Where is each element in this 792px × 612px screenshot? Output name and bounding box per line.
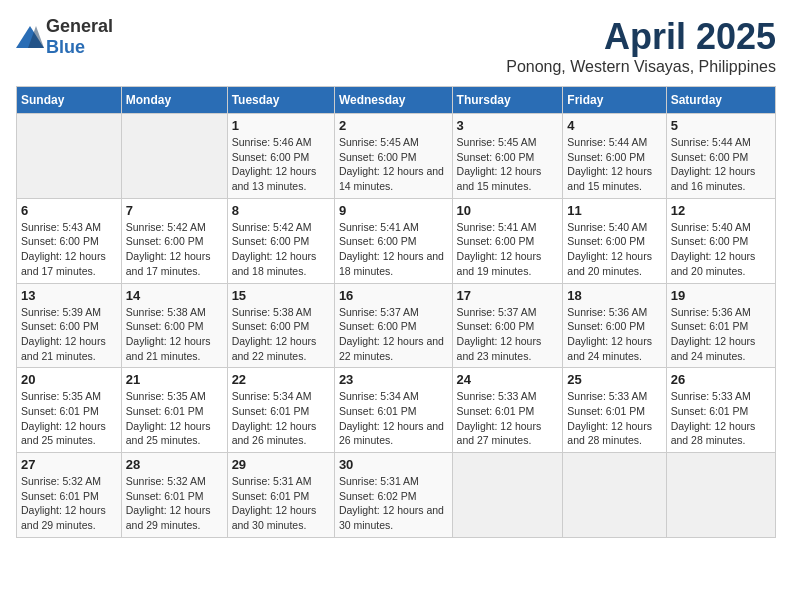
day-detail: Sunrise: 5:35 AMSunset: 6:01 PMDaylight:… bbox=[21, 389, 117, 448]
day-detail: Sunrise: 5:37 AMSunset: 6:00 PMDaylight:… bbox=[339, 305, 448, 364]
day-detail: Sunrise: 5:45 AMSunset: 6:00 PMDaylight:… bbox=[339, 135, 448, 194]
day-number: 3 bbox=[457, 118, 559, 133]
calendar-cell: 25Sunrise: 5:33 AMSunset: 6:01 PMDayligh… bbox=[563, 368, 666, 453]
weekday-header: Monday bbox=[121, 87, 227, 114]
calendar-cell: 19Sunrise: 5:36 AMSunset: 6:01 PMDayligh… bbox=[666, 283, 775, 368]
day-number: 27 bbox=[21, 457, 117, 472]
day-detail: Sunrise: 5:31 AMSunset: 6:02 PMDaylight:… bbox=[339, 474, 448, 533]
day-number: 28 bbox=[126, 457, 223, 472]
calendar-cell: 21Sunrise: 5:35 AMSunset: 6:01 PMDayligh… bbox=[121, 368, 227, 453]
day-detail: Sunrise: 5:32 AMSunset: 6:01 PMDaylight:… bbox=[126, 474, 223, 533]
logo-blue: Blue bbox=[46, 37, 85, 57]
day-detail: Sunrise: 5:34 AMSunset: 6:01 PMDaylight:… bbox=[232, 389, 330, 448]
day-number: 24 bbox=[457, 372, 559, 387]
day-number: 4 bbox=[567, 118, 661, 133]
day-number: 20 bbox=[21, 372, 117, 387]
logo: General Blue bbox=[16, 16, 113, 58]
day-number: 22 bbox=[232, 372, 330, 387]
day-detail: Sunrise: 5:42 AMSunset: 6:00 PMDaylight:… bbox=[232, 220, 330, 279]
day-number: 19 bbox=[671, 288, 771, 303]
day-number: 23 bbox=[339, 372, 448, 387]
calendar-cell: 6Sunrise: 5:43 AMSunset: 6:00 PMDaylight… bbox=[17, 198, 122, 283]
calendar-cell bbox=[563, 453, 666, 538]
weekday-header: Tuesday bbox=[227, 87, 334, 114]
calendar-cell: 11Sunrise: 5:40 AMSunset: 6:00 PMDayligh… bbox=[563, 198, 666, 283]
day-number: 26 bbox=[671, 372, 771, 387]
day-detail: Sunrise: 5:43 AMSunset: 6:00 PMDaylight:… bbox=[21, 220, 117, 279]
day-detail: Sunrise: 5:41 AMSunset: 6:00 PMDaylight:… bbox=[457, 220, 559, 279]
calendar-cell: 8Sunrise: 5:42 AMSunset: 6:00 PMDaylight… bbox=[227, 198, 334, 283]
calendar-cell: 3Sunrise: 5:45 AMSunset: 6:00 PMDaylight… bbox=[452, 114, 563, 199]
day-detail: Sunrise: 5:39 AMSunset: 6:00 PMDaylight:… bbox=[21, 305, 117, 364]
day-detail: Sunrise: 5:40 AMSunset: 6:00 PMDaylight:… bbox=[671, 220, 771, 279]
header: General Blue April 2025 Ponong, Western … bbox=[16, 16, 776, 76]
day-detail: Sunrise: 5:38 AMSunset: 6:00 PMDaylight:… bbox=[232, 305, 330, 364]
calendar-cell: 29Sunrise: 5:31 AMSunset: 6:01 PMDayligh… bbox=[227, 453, 334, 538]
day-detail: Sunrise: 5:41 AMSunset: 6:00 PMDaylight:… bbox=[339, 220, 448, 279]
day-detail: Sunrise: 5:44 AMSunset: 6:00 PMDaylight:… bbox=[671, 135, 771, 194]
calendar-table: SundayMondayTuesdayWednesdayThursdayFrid… bbox=[16, 86, 776, 538]
calendar-cell: 24Sunrise: 5:33 AMSunset: 6:01 PMDayligh… bbox=[452, 368, 563, 453]
calendar-cell: 23Sunrise: 5:34 AMSunset: 6:01 PMDayligh… bbox=[334, 368, 452, 453]
day-detail: Sunrise: 5:34 AMSunset: 6:01 PMDaylight:… bbox=[339, 389, 448, 448]
weekday-header-row: SundayMondayTuesdayWednesdayThursdayFrid… bbox=[17, 87, 776, 114]
title-area: April 2025 Ponong, Western Visayas, Phil… bbox=[506, 16, 776, 76]
day-detail: Sunrise: 5:36 AMSunset: 6:01 PMDaylight:… bbox=[671, 305, 771, 364]
calendar-cell bbox=[17, 114, 122, 199]
day-number: 30 bbox=[339, 457, 448, 472]
calendar-cell: 5Sunrise: 5:44 AMSunset: 6:00 PMDaylight… bbox=[666, 114, 775, 199]
day-number: 17 bbox=[457, 288, 559, 303]
day-detail: Sunrise: 5:33 AMSunset: 6:01 PMDaylight:… bbox=[671, 389, 771, 448]
day-detail: Sunrise: 5:44 AMSunset: 6:00 PMDaylight:… bbox=[567, 135, 661, 194]
weekday-header: Thursday bbox=[452, 87, 563, 114]
subtitle: Ponong, Western Visayas, Philippines bbox=[506, 58, 776, 76]
day-number: 7 bbox=[126, 203, 223, 218]
day-detail: Sunrise: 5:42 AMSunset: 6:00 PMDaylight:… bbox=[126, 220, 223, 279]
calendar-cell: 7Sunrise: 5:42 AMSunset: 6:00 PMDaylight… bbox=[121, 198, 227, 283]
calendar-cell bbox=[666, 453, 775, 538]
day-number: 25 bbox=[567, 372, 661, 387]
day-number: 15 bbox=[232, 288, 330, 303]
day-detail: Sunrise: 5:33 AMSunset: 6:01 PMDaylight:… bbox=[457, 389, 559, 448]
day-number: 14 bbox=[126, 288, 223, 303]
calendar-cell: 28Sunrise: 5:32 AMSunset: 6:01 PMDayligh… bbox=[121, 453, 227, 538]
day-number: 6 bbox=[21, 203, 117, 218]
day-detail: Sunrise: 5:46 AMSunset: 6:00 PMDaylight:… bbox=[232, 135, 330, 194]
day-number: 11 bbox=[567, 203, 661, 218]
calendar-week-row: 27Sunrise: 5:32 AMSunset: 6:01 PMDayligh… bbox=[17, 453, 776, 538]
day-number: 10 bbox=[457, 203, 559, 218]
day-detail: Sunrise: 5:35 AMSunset: 6:01 PMDaylight:… bbox=[126, 389, 223, 448]
day-number: 1 bbox=[232, 118, 330, 133]
logo-general: General bbox=[46, 16, 113, 36]
calendar-cell: 20Sunrise: 5:35 AMSunset: 6:01 PMDayligh… bbox=[17, 368, 122, 453]
day-number: 2 bbox=[339, 118, 448, 133]
weekday-header: Sunday bbox=[17, 87, 122, 114]
logo-icon bbox=[16, 26, 44, 48]
day-detail: Sunrise: 5:31 AMSunset: 6:01 PMDaylight:… bbox=[232, 474, 330, 533]
day-number: 29 bbox=[232, 457, 330, 472]
day-number: 5 bbox=[671, 118, 771, 133]
weekday-header: Wednesday bbox=[334, 87, 452, 114]
day-detail: Sunrise: 5:33 AMSunset: 6:01 PMDaylight:… bbox=[567, 389, 661, 448]
main-title: April 2025 bbox=[506, 16, 776, 58]
calendar-cell: 15Sunrise: 5:38 AMSunset: 6:00 PMDayligh… bbox=[227, 283, 334, 368]
day-detail: Sunrise: 5:37 AMSunset: 6:00 PMDaylight:… bbox=[457, 305, 559, 364]
calendar-cell: 14Sunrise: 5:38 AMSunset: 6:00 PMDayligh… bbox=[121, 283, 227, 368]
calendar-cell: 9Sunrise: 5:41 AMSunset: 6:00 PMDaylight… bbox=[334, 198, 452, 283]
calendar-cell: 2Sunrise: 5:45 AMSunset: 6:00 PMDaylight… bbox=[334, 114, 452, 199]
calendar-cell: 16Sunrise: 5:37 AMSunset: 6:00 PMDayligh… bbox=[334, 283, 452, 368]
day-detail: Sunrise: 5:36 AMSunset: 6:00 PMDaylight:… bbox=[567, 305, 661, 364]
calendar-cell: 30Sunrise: 5:31 AMSunset: 6:02 PMDayligh… bbox=[334, 453, 452, 538]
day-number: 13 bbox=[21, 288, 117, 303]
day-number: 18 bbox=[567, 288, 661, 303]
calendar-week-row: 13Sunrise: 5:39 AMSunset: 6:00 PMDayligh… bbox=[17, 283, 776, 368]
calendar-cell: 10Sunrise: 5:41 AMSunset: 6:00 PMDayligh… bbox=[452, 198, 563, 283]
day-detail: Sunrise: 5:32 AMSunset: 6:01 PMDaylight:… bbox=[21, 474, 117, 533]
calendar-week-row: 20Sunrise: 5:35 AMSunset: 6:01 PMDayligh… bbox=[17, 368, 776, 453]
day-number: 16 bbox=[339, 288, 448, 303]
weekday-header: Saturday bbox=[666, 87, 775, 114]
day-detail: Sunrise: 5:45 AMSunset: 6:00 PMDaylight:… bbox=[457, 135, 559, 194]
calendar-cell bbox=[121, 114, 227, 199]
calendar-cell: 27Sunrise: 5:32 AMSunset: 6:01 PMDayligh… bbox=[17, 453, 122, 538]
day-number: 9 bbox=[339, 203, 448, 218]
